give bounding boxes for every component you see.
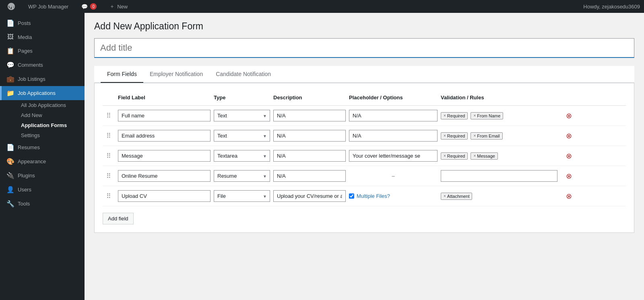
posts-icon: 📄 bbox=[6, 19, 14, 27]
sidebar-item-job-applications[interactable]: 📁 Job Applications bbox=[0, 86, 85, 100]
comments-button[interactable]: 💬 0 bbox=[78, 2, 100, 11]
field-label-input[interactable] bbox=[118, 170, 211, 182]
sidebar-sub-label: All Job Applications bbox=[21, 102, 66, 108]
sidebar-item-label: Resumes bbox=[18, 144, 40, 150]
type-cell: Text Textarea File Resume ▼ bbox=[214, 130, 270, 142]
sidebar-item-label: Job Listings bbox=[18, 76, 45, 82]
description-input[interactable] bbox=[273, 190, 346, 202]
main-content: Add New Application Form Form Fields Emp… bbox=[85, 13, 644, 300]
header-description: Description bbox=[273, 95, 346, 101]
howdy-label: Howdy, zejakosedu3609 bbox=[583, 4, 640, 10]
field-label-cell bbox=[118, 190, 211, 202]
header-placeholder: Placeholder / Options bbox=[349, 95, 438, 101]
field-label-input[interactable] bbox=[118, 130, 211, 142]
table-row: ⠿ Text Textarea File Resume ▼ – bbox=[103, 166, 626, 186]
sidebar-sub-label: Settings bbox=[21, 132, 40, 138]
remove-row-button[interactable]: ⊗ bbox=[561, 152, 577, 160]
field-label-input[interactable] bbox=[118, 190, 211, 202]
tab-candidate-notification[interactable]: Candidate Notification bbox=[209, 66, 277, 83]
placeholder-input[interactable] bbox=[349, 130, 438, 142]
type-select[interactable]: Text Textarea File Resume bbox=[214, 130, 270, 142]
field-label-cell bbox=[118, 110, 211, 121]
sidebar-item-plugins[interactable]: 🔌 Plugins bbox=[0, 168, 85, 183]
sidebar: 📄 Posts 🖼 Media 📋 Pages 💬 Comments 💼 Job… bbox=[0, 13, 85, 300]
multiple-files-checkbox[interactable] bbox=[349, 193, 354, 199]
tag-required: × Required bbox=[441, 132, 468, 140]
tag-attachment: × Attachment bbox=[441, 193, 472, 200]
add-field-button[interactable]: Add field bbox=[103, 213, 134, 224]
tag-required: × Required bbox=[441, 152, 468, 160]
description-input[interactable] bbox=[273, 130, 346, 142]
tag-from-name: × From Name bbox=[471, 112, 503, 119]
sidebar-item-posts[interactable]: 📄 Posts bbox=[0, 16, 85, 30]
sidebar-item-comments[interactable]: 💬 Comments bbox=[0, 58, 85, 72]
description-input[interactable] bbox=[273, 110, 346, 121]
header-type: Type bbox=[214, 95, 270, 101]
field-label-input[interactable] bbox=[118, 110, 211, 121]
users-icon: 👤 bbox=[6, 186, 14, 193]
sidebar-item-label: Media bbox=[18, 34, 32, 40]
drag-handle[interactable]: ⠿ bbox=[103, 192, 115, 200]
sidebar-item-label: Pages bbox=[18, 48, 33, 54]
description-cell bbox=[273, 110, 346, 121]
tab-form-fields[interactable]: Form Fields bbox=[101, 66, 143, 83]
remove-row-button[interactable]: ⊗ bbox=[561, 111, 577, 120]
sidebar-item-appearance[interactable]: 🎨 Appearance bbox=[0, 154, 85, 168]
sidebar-item-tools[interactable]: 🔧 Tools bbox=[0, 197, 85, 211]
field-label-cell bbox=[118, 170, 211, 182]
site-name[interactable]: WP Job Manager bbox=[25, 2, 72, 11]
placeholder-cell bbox=[349, 150, 438, 162]
tabs-bar: Form Fields Employer Notification Candid… bbox=[94, 66, 634, 83]
pages-icon: 📋 bbox=[6, 47, 14, 55]
placeholder-input[interactable] bbox=[349, 150, 438, 162]
placeholder-cell bbox=[349, 130, 438, 142]
validation-cell: × Required × Message bbox=[441, 152, 557, 160]
form-fields-container: Field Label Type Description Placeholder… bbox=[94, 83, 634, 233]
sidebar-item-pages[interactable]: 📋 Pages bbox=[0, 44, 85, 58]
job-listings-icon: 💼 bbox=[6, 75, 14, 83]
tag-required: × Required bbox=[441, 112, 468, 119]
drag-handle[interactable]: ⠿ bbox=[103, 152, 115, 160]
remove-row-button[interactable]: ⊗ bbox=[561, 132, 577, 140]
remove-row-button[interactable]: ⊗ bbox=[561, 172, 577, 181]
sidebar-item-label: Comments bbox=[18, 62, 43, 68]
wp-logo[interactable] bbox=[4, 1, 19, 12]
header-drag bbox=[103, 95, 115, 101]
tab-employer-notification[interactable]: Employer Notification bbox=[143, 66, 209, 83]
validation-cell bbox=[441, 170, 557, 182]
placeholder-input[interactable] bbox=[349, 110, 438, 121]
field-label-input[interactable] bbox=[118, 150, 211, 162]
sidebar-item-label: Job Applications bbox=[18, 90, 56, 96]
new-button[interactable]: ＋ New bbox=[106, 1, 131, 12]
drag-handle[interactable]: ⠿ bbox=[103, 132, 115, 140]
description-input[interactable] bbox=[273, 170, 346, 182]
description-input[interactable] bbox=[273, 150, 346, 162]
tag-from-email: × From Email bbox=[471, 132, 502, 140]
validation-cell: × Attachment bbox=[441, 193, 557, 200]
sidebar-item-resumes[interactable]: 📄 Resumes bbox=[0, 140, 85, 154]
type-select[interactable]: Text Textarea File Resume bbox=[214, 150, 270, 162]
tools-icon: 🔧 bbox=[6, 200, 14, 208]
sidebar-item-media[interactable]: 🖼 Media bbox=[0, 30, 85, 44]
drag-handle[interactable]: ⠿ bbox=[103, 112, 115, 119]
header-field-label: Field Label bbox=[118, 95, 211, 101]
sidebar-item-job-listings[interactable]: 💼 Job Listings bbox=[0, 72, 85, 86]
table-header: Field Label Type Description Placeholder… bbox=[103, 91, 626, 106]
type-select[interactable]: Text Textarea File Resume bbox=[214, 110, 270, 121]
sidebar-item-users[interactable]: 👤 Users bbox=[0, 183, 85, 197]
sidebar-sub-label: Add New bbox=[21, 112, 42, 118]
type-cell: Text Textarea File Resume ▼ bbox=[214, 190, 270, 202]
title-input[interactable] bbox=[94, 38, 634, 58]
type-select[interactable]: Text Textarea File Resume bbox=[214, 190, 270, 202]
validation-input[interactable] bbox=[441, 170, 557, 182]
validation-cell: × Required × From Email bbox=[441, 132, 557, 140]
remove-row-button[interactable]: ⊗ bbox=[561, 192, 577, 201]
drag-handle[interactable]: ⠿ bbox=[103, 172, 115, 180]
type-select[interactable]: Text Textarea File Resume bbox=[214, 170, 270, 182]
sidebar-item-all-job-applications[interactable]: All Job Applications bbox=[14, 100, 85, 110]
sidebar-item-add-new[interactable]: Add New bbox=[14, 110, 85, 120]
sidebar-item-settings[interactable]: Settings bbox=[14, 130, 85, 140]
table-row: ⠿ Text Textarea File Resume ▼ bbox=[103, 186, 626, 206]
table-row: ⠿ Text Textarea File Resume ▼ bbox=[103, 146, 626, 166]
sidebar-item-application-forms[interactable]: Application Forms bbox=[14, 120, 85, 130]
